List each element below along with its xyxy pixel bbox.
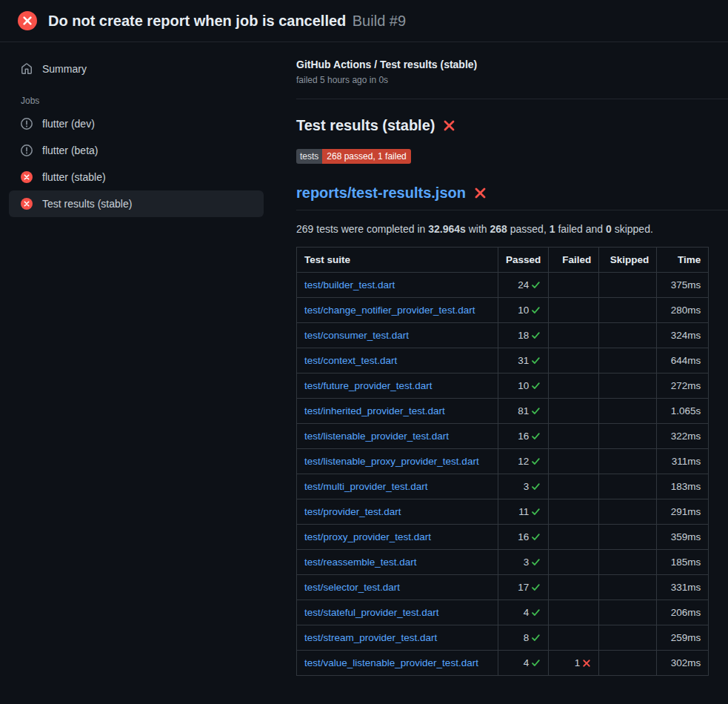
sidebar-item-flutter-dev[interactable]: flutter (dev) bbox=[9, 110, 264, 137]
passed-cell: 17 bbox=[498, 575, 549, 600]
suite-link[interactable]: test/change_notifier_provider_test.dart bbox=[304, 305, 475, 316]
suite-link[interactable]: test/stateful_provider_test.dart bbox=[304, 607, 439, 618]
sidebar-summary-label: Summary bbox=[42, 63, 87, 75]
suite-link[interactable]: test/consumer_test.dart bbox=[304, 330, 409, 341]
suite-link[interactable]: test/listenable_proxy_provider_test.dart bbox=[304, 456, 479, 467]
time-value: 259ms bbox=[671, 632, 701, 643]
passed-cell: 24 bbox=[498, 273, 549, 298]
time-value: 359ms bbox=[671, 531, 701, 542]
suite-cell: test/multi_provider_test.dart bbox=[297, 474, 498, 499]
passed-count: 11 bbox=[518, 506, 529, 517]
failed-cell bbox=[549, 298, 599, 323]
table-header-row: Test suite Passed Failed Skipped Time bbox=[297, 248, 709, 273]
time-cell: 324ms bbox=[657, 323, 709, 348]
time-cell: 359ms bbox=[657, 525, 709, 550]
x-icon bbox=[582, 656, 591, 670]
suite-cell: test/stateful_provider_test.dart bbox=[297, 600, 498, 625]
table-row: test/change_notifier_provider_test.dart1… bbox=[297, 298, 709, 323]
suite-link[interactable]: test/value_listenable_provider_test.dart bbox=[304, 657, 478, 668]
report-link[interactable]: reports/test-results.json bbox=[296, 185, 466, 202]
passed-count: 17 bbox=[518, 582, 529, 593]
table-row: test/listenable_proxy_provider_test.dart… bbox=[297, 449, 709, 474]
job-label: flutter (dev) bbox=[42, 118, 95, 130]
suite-cell: test/stream_provider_test.dart bbox=[297, 625, 498, 651]
suite-link[interactable]: test/builder_test.dart bbox=[304, 279, 395, 290]
suite-cell: test/value_listenable_provider_test.dart bbox=[297, 651, 498, 676]
skipped-cell bbox=[599, 373, 657, 399]
failed-cell bbox=[549, 273, 599, 298]
suite-cell: test/builder_test.dart bbox=[297, 273, 498, 298]
sidebar: Summary Jobs flutter (dev)flutter (beta)… bbox=[0, 42, 273, 230]
passed-count: 16 bbox=[518, 431, 529, 442]
suite-cell: test/reassemble_test.dart bbox=[297, 550, 498, 575]
passed-cell: 81 bbox=[498, 399, 549, 424]
job-label: Test results (stable) bbox=[42, 198, 132, 210]
passed-count: 31 bbox=[518, 355, 529, 366]
time-value: 183ms bbox=[671, 481, 701, 492]
suite-link[interactable]: test/listenable_provider_test.dart bbox=[304, 431, 449, 442]
test-results-table: Test suite Passed Failed Skipped Time te… bbox=[296, 247, 709, 676]
passed-cell: 8 bbox=[498, 625, 549, 651]
breadcrumb: GitHub Actions / Test results (stable) bbox=[296, 59, 728, 70]
sidebar-item-summary[interactable]: Summary bbox=[9, 56, 264, 82]
passed-count: 16 bbox=[518, 531, 529, 542]
suite-cell: test/future_provider_test.dart bbox=[297, 373, 498, 399]
table-row: test/provider_test.dart11291ms bbox=[297, 499, 709, 525]
suite-cell: test/proxy_provider_test.dart bbox=[297, 525, 498, 550]
check-icon bbox=[531, 605, 541, 620]
check-icon bbox=[531, 580, 541, 594]
passed-cell: 3 bbox=[498, 550, 549, 575]
time-cell: 206ms bbox=[657, 600, 709, 625]
sidebar-item-test-results-stable[interactable]: Test results (stable) bbox=[9, 190, 264, 217]
failed-x-icon bbox=[474, 187, 487, 199]
suite-link[interactable]: test/stream_provider_test.dart bbox=[304, 632, 437, 643]
suite-cell: test/change_notifier_provider_test.dart bbox=[297, 298, 498, 323]
suite-link[interactable]: test/future_provider_test.dart bbox=[304, 380, 433, 391]
section-title: Test results (stable) bbox=[296, 117, 728, 134]
suite-link[interactable]: test/proxy_provider_test.dart bbox=[304, 531, 431, 542]
suite-link[interactable]: test/inherited_provider_test.dart bbox=[304, 405, 445, 416]
passed-count: 4 bbox=[524, 607, 530, 618]
check-icon bbox=[531, 303, 541, 317]
failed-cell bbox=[549, 399, 599, 424]
check-icon bbox=[531, 631, 541, 645]
time-cell: 291ms bbox=[657, 499, 709, 525]
check-icon bbox=[531, 328, 541, 342]
suite-link[interactable]: test/provider_test.dart bbox=[304, 506, 401, 517]
skipped-cell bbox=[599, 273, 657, 298]
suite-cell: test/inherited_provider_test.dart bbox=[297, 399, 498, 424]
failed-cell bbox=[549, 373, 599, 399]
suite-link[interactable]: test/selector_test.dart bbox=[304, 582, 400, 593]
time-value: 311ms bbox=[672, 456, 701, 467]
table-row: test/selector_test.dart17331ms bbox=[297, 575, 709, 600]
time-cell: 1.065s bbox=[657, 399, 709, 424]
failed-cell bbox=[549, 474, 599, 499]
sidebar-item-flutter-stable[interactable]: flutter (stable) bbox=[9, 164, 264, 190]
passed-cell: 16 bbox=[498, 525, 549, 550]
passed-count: 3 bbox=[524, 481, 530, 492]
time-value: 291ms bbox=[671, 506, 701, 517]
failed-count: 1 bbox=[575, 657, 581, 668]
suite-link[interactable]: test/context_test.dart bbox=[304, 355, 397, 366]
section-title-text: Test results (stable) bbox=[296, 117, 435, 134]
passed-count: 4 bbox=[524, 657, 530, 668]
time-cell: 302ms bbox=[657, 651, 709, 676]
table-row: test/context_test.dart31644ms bbox=[297, 348, 709, 373]
failed-cell: 1 bbox=[549, 651, 599, 676]
passed-cell: 4 bbox=[498, 600, 549, 625]
passed-count: 18 bbox=[518, 330, 529, 341]
sidebar-item-flutter-beta[interactable]: flutter (beta) bbox=[9, 137, 264, 164]
suite-cell: test/provider_test.dart bbox=[297, 499, 498, 525]
skipped-cell bbox=[599, 525, 657, 550]
time-value: 185ms bbox=[671, 557, 701, 568]
time-cell: 259ms bbox=[657, 625, 709, 651]
table-row: test/reassemble_test.dart3185ms bbox=[297, 550, 709, 575]
failed-cell bbox=[549, 424, 599, 449]
suite-cell: test/consumer_test.dart bbox=[297, 323, 498, 348]
suite-link[interactable]: test/reassemble_test.dart bbox=[304, 557, 417, 568]
suite-link[interactable]: test/multi_provider_test.dart bbox=[304, 481, 428, 492]
failed-cell bbox=[549, 449, 599, 474]
skipped-cell bbox=[599, 348, 657, 373]
col-time: Time bbox=[657, 248, 709, 273]
check-icon bbox=[531, 530, 541, 544]
